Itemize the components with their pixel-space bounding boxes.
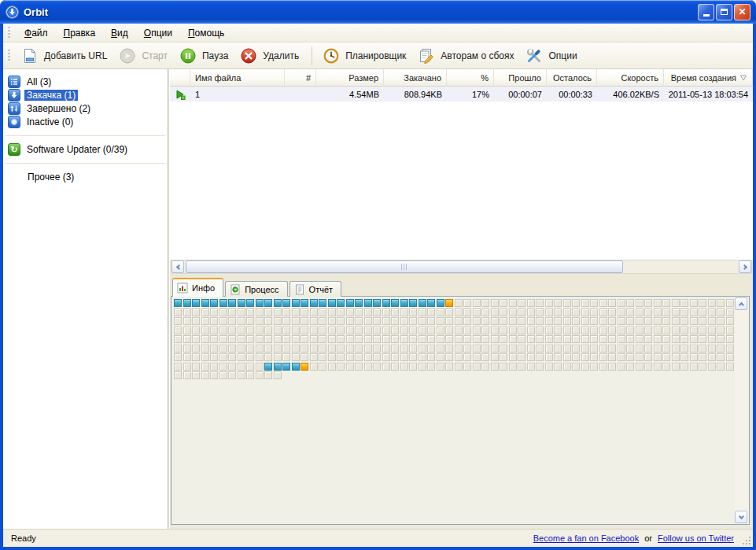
empty-block [599, 353, 607, 361]
empty-block [264, 335, 272, 343]
column-header-size[interactable]: Размер [316, 69, 384, 87]
empty-block [662, 308, 670, 316]
scroll-left-button[interactable] [171, 260, 184, 273]
cell-elapsed: 00:00:07 [494, 87, 547, 102]
empty-block [292, 335, 300, 343]
empty-block [256, 353, 264, 361]
sidebar-item-software-updater[interactable]: ↻ Software Updater (0/39) [8, 143, 164, 156]
empty-block [355, 335, 363, 343]
scroll-down-button[interactable] [735, 511, 747, 523]
empty-block [292, 317, 300, 325]
sidebar-item-downloading[interactable]: Закачка (1) [8, 89, 164, 102]
empty-block [618, 335, 625, 343]
info-tab-icon [177, 282, 188, 293]
empty-block [590, 308, 598, 316]
empty-block [355, 317, 363, 325]
empty-block [491, 308, 499, 316]
empty-block [264, 317, 272, 325]
empty-block [445, 353, 453, 361]
toolbar-drag-handle[interactable] [8, 50, 10, 62]
empty-block [690, 327, 698, 334]
menu-file[interactable]: Файл [17, 25, 56, 41]
empty-block [636, 317, 644, 325]
empty-block [364, 363, 372, 371]
tab-process[interactable]: Процесс [225, 281, 287, 297]
download-row[interactable]: 1 4.54MB 808.94KB 17% 00:00:07 00:00:33 … [170, 87, 753, 102]
downloaded-block [346, 299, 354, 307]
horizontal-scroll-thumb[interactable] [186, 260, 623, 273]
empty-block [264, 345, 272, 353]
downloaded-block [264, 299, 272, 307]
facebook-link[interactable]: Become a fan on Facebook [533, 533, 640, 543]
column-header-downloaded[interactable]: Закачано [384, 69, 447, 87]
column-header-percent[interactable]: % [447, 69, 494, 87]
empty-block [527, 335, 535, 343]
delete-button[interactable]: Удалить [235, 44, 306, 68]
column-header-filename[interactable]: Имя файла [190, 69, 285, 87]
empty-block [455, 363, 463, 371]
column-header-status[interactable] [170, 69, 190, 87]
empty-block [219, 371, 227, 379]
menu-options[interactable]: Опции [136, 25, 180, 41]
sidebar-item-other[interactable]: Прочее (3) [8, 171, 164, 183]
cell-downloaded: 808.94KB [384, 87, 447, 102]
scheduler-button[interactable]: Планировщик [318, 44, 413, 68]
empty-block [500, 335, 507, 343]
sidebar-item-completed[interactable]: Завершено (2) [8, 102, 164, 115]
empty-block [319, 353, 326, 361]
add-url-button[interactable]: Добавить URL [17, 44, 114, 68]
column-header-remaining[interactable]: Осталось [547, 69, 597, 87]
vertical-scrollbar[interactable] [735, 297, 748, 523]
menu-view[interactable]: Вид [103, 25, 136, 41]
horizontal-scrollbar[interactable] [171, 260, 752, 274]
empty-block [274, 353, 282, 361]
column-header-created[interactable]: Время создания [664, 69, 753, 87]
downloaded-block [201, 299, 209, 307]
thumb-grip-icon [401, 264, 408, 270]
column-header-elapsed[interactable]: Прошло [494, 69, 547, 87]
completed-icon [8, 102, 20, 115]
empty-block [391, 317, 399, 325]
menubar-drag-handle[interactable] [8, 27, 10, 39]
start-button[interactable]: Старт [114, 44, 175, 68]
tab-report[interactable]: Отчёт [289, 281, 341, 297]
empty-block [246, 363, 254, 371]
menu-edit[interactable]: Правка [56, 25, 104, 41]
scroll-up-button[interactable] [735, 297, 747, 310]
empty-block [481, 299, 489, 307]
empty-block [246, 353, 254, 361]
close-button[interactable]: ✕ [734, 4, 750, 20]
empty-block [400, 363, 408, 371]
empty-block [618, 308, 625, 316]
empty-block [274, 371, 282, 379]
empty-block [699, 335, 706, 343]
empty-block [346, 327, 354, 334]
menu-help[interactable]: Помощь [180, 25, 232, 41]
sidebar-item-inactive[interactable]: Inactive (0) [8, 116, 164, 128]
minimize-button[interactable] [698, 4, 714, 20]
pause-icon [179, 46, 197, 65]
tab-info[interactable]: Инфо [172, 278, 223, 297]
empty-block [328, 327, 336, 334]
pause-button[interactable]: Пауза [175, 44, 235, 68]
empty-block [246, 317, 254, 325]
empty-block [654, 317, 662, 325]
empty-block [554, 317, 562, 325]
column-header-speed[interactable]: Скорость [597, 69, 664, 87]
empty-block [282, 327, 290, 334]
scroll-right-button[interactable] [739, 260, 751, 273]
twitter-link[interactable]: Follow us on Twitter [658, 533, 734, 543]
maximize-button[interactable] [716, 4, 732, 20]
empty-block [599, 327, 607, 334]
empty-block [427, 363, 435, 371]
empty-block [355, 345, 363, 353]
empty-block [654, 363, 662, 371]
sidebar-item-all[interactable]: All (3) [8, 76, 164, 88]
downloaded-block [427, 299, 435, 307]
options-button[interactable]: Опции [521, 44, 584, 68]
column-header-number[interactable]: # [285, 69, 316, 87]
grid-row [174, 317, 732, 325]
report-bugs-button[interactable]: Авторам о сбоях [413, 44, 521, 68]
resize-grip[interactable] [742, 536, 751, 545]
empty-block [409, 345, 417, 353]
